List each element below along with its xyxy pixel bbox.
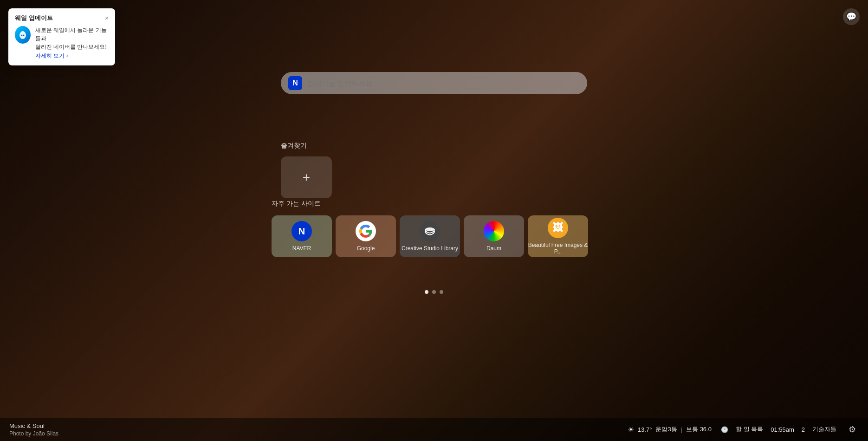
update-popup: 웨일 업데이트 × 새로운 웨일에서 놀라운 기능들과 달라진 네이버를 만나보… (8, 8, 115, 65)
favorites-grid: + (281, 156, 332, 198)
svg-point-1 (21, 35, 22, 36)
svg-point-2 (23, 35, 24, 36)
naver-label: NAVER (292, 245, 311, 252)
weather-info: ☀ 13.7° 운암3동 | 보통 36.0 (628, 425, 712, 434)
favorites-label: 즐겨찾기 (281, 142, 307, 150)
naver-search-badge: N (288, 76, 302, 90)
bottom-right-bar: ☀ 13.7° 운암3동 | 보통 36.0 🕐 할 일 목록 01:55am … (628, 423, 859, 436)
popup-detail-link[interactable]: 자세히 보기 › (35, 52, 68, 60)
daum-icon (484, 221, 504, 241)
photo-credit: Music & Soul Photo by João Silas (9, 422, 58, 437)
frequent-label: 자주 가는 사이트 (272, 200, 321, 208)
top-right-chat-icon[interactable]: 💬 (843, 8, 860, 25)
popup-header: 웨일 업데이트 × (15, 14, 109, 22)
bottom-bar: Music & Soul Photo by João Silas ☀ 13.7°… (0, 418, 868, 441)
weather-temperature: 13.7° (638, 426, 652, 433)
photo-title: Music & Soul (9, 422, 58, 429)
bottom-count: 2 (802, 426, 805, 433)
pagination-dot-1[interactable] (425, 290, 428, 294)
popup-text-line1: 새로운 웨일에서 놀라운 기능들과 (35, 26, 109, 43)
pagination-dot-2[interactable] (432, 290, 436, 294)
search-input[interactable] (308, 79, 580, 87)
creative-studio-icon (420, 221, 440, 241)
beautiful-images-label: Beautiful Free Images & P... (528, 242, 588, 255)
site-card-beautiful-images[interactable]: 🖼 Beautiful Free Images & P... (528, 215, 588, 257)
svg-point-3 (425, 227, 434, 231)
add-icon: + (303, 170, 310, 185)
site-card-daum[interactable]: Daum (464, 215, 524, 257)
popup-body: 새로운 웨일에서 놀라운 기능들과 달라진 네이버를 만나보세요! 자세히 보기… (15, 26, 109, 60)
bottom-label: 기술자들 (812, 425, 836, 434)
popup-text-block: 새로운 웨일에서 놀라운 기능들과 달라진 네이버를 만나보세요! 자세히 보기… (35, 26, 109, 60)
favorites-add-button[interactable]: + (281, 156, 332, 198)
pagination-dot-3[interactable] (440, 290, 443, 294)
search-area: N (281, 72, 587, 94)
frequent-grid: N NAVER Google (272, 215, 588, 257)
clock-icon: 🕐 (721, 426, 728, 433)
bottom-time: 01:55am (771, 426, 794, 433)
frequent-sites-section: 자주 가는 사이트 N NAVER Google (272, 200, 596, 257)
popup-text-line2: 달라진 네이버를 만나보세요! (35, 43, 109, 51)
popup-close-button[interactable]: × (105, 15, 109, 21)
bottom-meta: 🕐 할 일 목록 01:55am 2 기술자들 (721, 425, 836, 434)
daum-label: Daum (486, 245, 501, 252)
google-label: Google (357, 245, 375, 252)
settings-button[interactable]: ⚙ (846, 423, 859, 436)
site-card-google[interactable]: Google (336, 215, 396, 257)
chat-icon: 💬 (846, 12, 856, 22)
creative-studio-label: Creative Studio Library (402, 245, 458, 252)
naver-icon: N (291, 221, 312, 241)
google-icon (356, 221, 376, 241)
beautiful-images-icon: 🖼 (548, 218, 568, 238)
n-letter: N (292, 79, 298, 87)
weather-divider: | (681, 426, 682, 433)
pagination-dots (425, 290, 443, 294)
favorites-section: 즐겨찾기 + (281, 142, 587, 198)
site-card-naver[interactable]: N NAVER (272, 215, 332, 257)
site-card-creative-studio[interactable]: Creative Studio Library (400, 215, 460, 257)
weather-condition: 운암3동 (655, 425, 677, 434)
svg-point-0 (19, 32, 26, 39)
main-content: 웨일 업데이트 × 새로운 웨일에서 놀라운 기능들과 달라진 네이버를 만나보… (0, 0, 868, 441)
popup-title: 웨일 업데이트 (15, 14, 53, 22)
weather-separator-text: 보통 36.0 (686, 425, 712, 434)
todo-label[interactable]: 할 일 목록 (736, 425, 763, 434)
weather-sun-icon: ☀ (628, 425, 634, 434)
photo-author: Photo by João Silas (9, 430, 58, 437)
search-bar: N (281, 72, 587, 94)
whale-logo (15, 26, 31, 44)
